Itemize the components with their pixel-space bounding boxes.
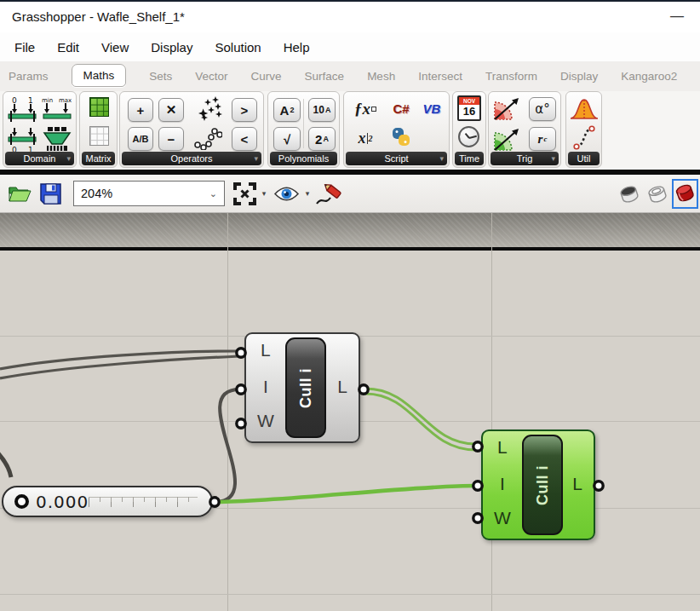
menu-help[interactable]: Help (284, 40, 310, 55)
chevron-down-icon[interactable]: ▾ (254, 152, 258, 165)
wire-green-double-strand[interactable] (365, 394, 476, 450)
relative-differences-icon[interactable] (192, 124, 224, 152)
evaluate-icon[interactable]: x2 (351, 126, 380, 150)
chevron-down-icon[interactable]: ▾ (551, 152, 555, 165)
preview-eye-button[interactable] (273, 183, 300, 204)
menu-display[interactable]: Display (151, 40, 192, 55)
tab-display[interactable]: Display (560, 70, 598, 83)
tab-kangaroo2[interactable]: Kangaroo2 (621, 70, 677, 83)
minimize-button[interactable]: — (668, 7, 686, 26)
component-name-capsule[interactable]: Cull i (285, 337, 326, 438)
square-root-button[interactable]: √ (273, 127, 301, 151)
svg-text:max: max (59, 97, 72, 104)
zoom-dropdown-caret[interactable]: ▾ (260, 187, 268, 199)
group-label-domain[interactable]: Domain▾ (5, 152, 74, 165)
titlebar[interactable]: Grasshopper - Wafle_Shelf_1* — (0, 2, 700, 32)
open-file-button[interactable] (7, 182, 32, 205)
larger-than-button[interactable]: > (232, 98, 257, 122)
group-label-script[interactable]: Script▾ (346, 152, 447, 165)
chevron-down-icon[interactable]: ▾ (66, 152, 71, 165)
group-domain: 0 1 min max (3, 91, 77, 168)
construct-matrix-icon[interactable] (89, 97, 109, 117)
chevron-down-icon[interactable]: ▾ (439, 152, 444, 165)
smaller-than-button[interactable]: < (232, 127, 257, 151)
preview-shaded-button[interactable] (616, 182, 642, 205)
gaussian-icon[interactable] (570, 97, 599, 120)
output-port-grip[interactable] (594, 481, 603, 490)
cull-index-component[interactable]: L I W L Cull i (244, 332, 360, 443)
component-name-capsule[interactable]: Cull i (522, 435, 563, 535)
subtraction-button[interactable]: − (158, 127, 184, 151)
radians-button[interactable]: rc (529, 127, 556, 151)
category-tabbar: Params Maths Sets Vector Curve Surface M… (0, 61, 700, 91)
square-button[interactable]: A2 (273, 98, 301, 122)
definition-canvas[interactable]: L I W L Cull i L I W L Cull i 0.000 (0, 213, 700, 611)
group-script: ƒx C# VB x2 Script▾ (343, 91, 450, 168)
group-label-trig[interactable]: Trig▾ (491, 152, 559, 165)
tab-curve[interactable]: Curve (251, 70, 282, 83)
svg-text:0: 0 (12, 96, 17, 105)
preview-wireframe-button[interactable] (644, 182, 670, 205)
construct-domain-icon[interactable]: 0 1 (6, 95, 38, 124)
preview-off-button-selected[interactable] (672, 179, 698, 209)
tab-vector[interactable]: Vector (195, 70, 227, 83)
tab-transform[interactable]: Transform (485, 70, 537, 83)
expression-icon[interactable]: ƒx (351, 97, 380, 121)
divide-domain-icon[interactable] (41, 126, 73, 155)
group-label-matrix[interactable]: Matrix (82, 152, 115, 165)
division-button[interactable]: A/B (128, 127, 153, 151)
grasshopper-window: Grasshopper - Wafle_Shelf_1* — File Edit… (0, 0, 700, 611)
tab-maths-selected[interactable]: Maths (72, 64, 127, 87)
power-of-10-button[interactable]: 10A (308, 98, 336, 122)
python-script-icon[interactable] (388, 124, 414, 150)
slider-grip[interactable] (14, 494, 29, 509)
wire-green-double-strand[interactable] (365, 389, 476, 444)
group-label-polynomials[interactable]: Polynomials (270, 152, 337, 165)
tab-mesh[interactable]: Mesh (367, 70, 395, 83)
output-port-grip[interactable] (359, 385, 368, 394)
group-label-util[interactable]: Util (568, 152, 600, 165)
sketch-tool-button[interactable] (313, 180, 344, 207)
canvas-toolbar: 204% ⌄ ▾ ▾ (0, 175, 700, 213)
group-label-operators[interactable]: Operators▾ (122, 152, 261, 165)
window-title: Grasshopper - Wafle_Shelf_1* (12, 9, 185, 24)
menu-view[interactable]: View (101, 40, 129, 55)
canvas-boundary-line (0, 247, 700, 251)
domain-bounds-icon[interactable]: min max (41, 95, 73, 124)
number-slider[interactable]: 0.000 (2, 486, 213, 517)
group-label-time[interactable]: Time (455, 152, 484, 165)
tab-intersect[interactable]: Intersect (418, 70, 462, 83)
power-of-2-button[interactable]: 2A (308, 127, 336, 151)
time-icon[interactable] (458, 126, 479, 147)
zoom-level-select[interactable]: 204% ⌄ (73, 181, 225, 206)
angle-button[interactable]: α° (529, 97, 556, 121)
wire-gray-double-strand[interactable] (0, 351, 239, 369)
multiplication-button[interactable]: ✕ (158, 98, 184, 122)
tab-surface[interactable]: Surface (305, 70, 345, 83)
addition-button[interactable]: + (128, 98, 153, 122)
wire-slider-to-selected-cull[interactable] (215, 486, 476, 502)
menu-solution[interactable]: Solution (215, 40, 261, 55)
wire-gray-stub[interactable] (0, 452, 11, 477)
input-port-label: W (494, 508, 511, 528)
svg-text:1: 1 (28, 96, 33, 105)
similarity-icon[interactable] (192, 95, 224, 123)
tab-sets[interactable]: Sets (149, 70, 172, 83)
date-icon[interactable]: NOV 16 (457, 95, 481, 121)
degrees-icon[interactable] (492, 95, 521, 121)
ribbon: 0 1 min max (0, 91, 700, 170)
zoom-extents-button[interactable] (232, 182, 257, 205)
preview-dropdown-caret[interactable]: ▾ (303, 187, 312, 199)
menu-edit[interactable]: Edit (57, 40, 79, 55)
deconstruct-domain-icon[interactable]: 0 1 (6, 126, 38, 155)
cull-index-component-selected[interactable]: L I W L Cull i (481, 429, 595, 540)
wire-gray-double-strand[interactable] (0, 356, 239, 378)
radians-icon[interactable] (492, 126, 521, 152)
menu-file[interactable]: File (14, 40, 35, 55)
interpolate-icon[interactable] (573, 124, 595, 150)
tab-params[interactable]: Params (9, 70, 49, 83)
deconstruct-matrix-icon[interactable] (89, 126, 109, 146)
vb-script-icon[interactable]: VB (419, 97, 445, 119)
save-file-button[interactable] (37, 182, 63, 205)
csharp-script-icon[interactable]: C# (388, 97, 414, 119)
